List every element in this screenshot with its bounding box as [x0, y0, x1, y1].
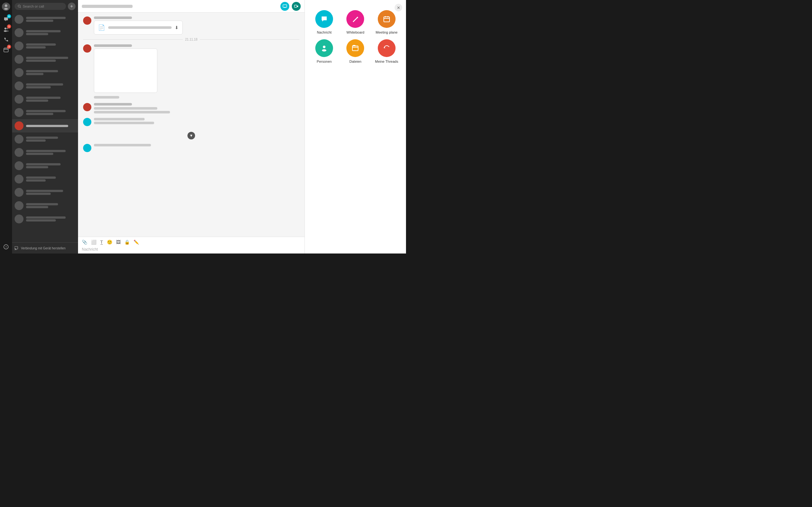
screen-share-button[interactable]: [281, 2, 289, 11]
whiteboard-circle: [346, 10, 364, 28]
list-item[interactable]: [12, 159, 78, 172]
search-icon: [18, 4, 21, 8]
sticker-icon[interactable]: 🖼: [116, 239, 120, 245]
help-icon[interactable]: ?: [2, 243, 10, 251]
calendar-nav-icon[interactable]: 3: [2, 46, 10, 54]
list-item[interactable]: [12, 39, 78, 53]
screen-share-icon: [283, 4, 287, 9]
item-name-line: [26, 163, 61, 165]
item-preview-line: [26, 193, 51, 195]
list-item[interactable]: [12, 146, 78, 159]
video-call-button[interactable]: [292, 2, 301, 11]
meeting-label: Meeting plane: [375, 31, 397, 34]
list-item-active[interactable]: [12, 119, 78, 132]
avatar: [14, 15, 23, 24]
svg-line-10: [20, 7, 21, 8]
nachricht-icon: [320, 15, 328, 23]
item-preview-line: [26, 206, 48, 208]
message-content: [94, 144, 299, 148]
chat-nav-icon[interactable]: 6: [2, 15, 10, 23]
item-name-line: [26, 216, 66, 219]
svg-rect-13: [283, 5, 287, 7]
action-item-whiteboard[interactable]: Whiteboard: [342, 10, 368, 34]
main-chat: 📄 ⬇ 21.11.18: [78, 0, 305, 253]
list-item[interactable]: [12, 26, 78, 39]
format-icon[interactable]: T̲: [100, 239, 103, 245]
list-item[interactable]: [12, 106, 78, 119]
action-item-personen[interactable]: Personen: [311, 39, 337, 63]
message-content: [94, 103, 299, 115]
list-item[interactable]: [12, 172, 78, 186]
people-nav-icon[interactable]: 1: [2, 25, 10, 34]
avatar: [14, 161, 23, 170]
phone-nav-icon[interactable]: [2, 36, 10, 44]
meeting-circle: [378, 10, 396, 28]
whiteboard-icon: [351, 15, 359, 23]
list-item[interactable]: [12, 199, 78, 212]
action-item-nachricht[interactable]: Nachricht: [311, 10, 337, 34]
list-item[interactable]: [12, 53, 78, 66]
image-preview[interactable]: [94, 49, 157, 93]
file-name-bar: [108, 26, 171, 29]
scroll-down-button[interactable]: ▼: [188, 132, 195, 139]
list-item[interactable]: [12, 93, 78, 106]
svg-rect-20: [352, 46, 358, 51]
action-item-threads[interactable]: Meine Threads: [374, 39, 400, 63]
avatar: [14, 175, 23, 183]
list-item[interactable]: [12, 132, 78, 146]
giphy-icon[interactable]: ⬜: [91, 239, 96, 245]
list-item[interactable]: [12, 212, 78, 226]
message-row: [83, 103, 299, 115]
download-icon[interactable]: ⬇: [175, 25, 179, 30]
list-item[interactable]: [12, 13, 78, 26]
personen-circle: [315, 39, 333, 57]
item-preview-line: [26, 33, 48, 35]
chat-list: +: [12, 0, 78, 253]
file-attachment[interactable]: 📄 ⬇: [94, 20, 183, 35]
svg-point-2: [4, 27, 6, 30]
text-line: [94, 118, 145, 120]
toolbar-icons: 📎 ⬜ T̲ 🙂 🖼 🔒 ✏️: [82, 239, 301, 245]
search-input-wrap[interactable]: [14, 3, 66, 10]
svg-point-5: [7, 31, 9, 32]
item-preview-line: [26, 86, 51, 89]
item-preview-line: [26, 73, 44, 75]
avatar: [14, 188, 23, 197]
close-panel-button[interactable]: ✕: [395, 4, 402, 11]
whiteboard-label: Whiteboard: [346, 31, 364, 34]
svg-point-1: [4, 8, 8, 10]
calendar-badge: 3: [7, 45, 11, 49]
avatar: [14, 55, 23, 64]
avatar: [14, 68, 23, 77]
dateien-circle: [346, 39, 364, 57]
connect-device-bar[interactable]: Verbindung mit Gerät herstellen: [12, 242, 78, 253]
cast-icon: [14, 246, 19, 250]
sender-name-bar: [94, 103, 132, 106]
list-item[interactable]: [12, 66, 78, 79]
item-name-line: [26, 70, 58, 72]
svg-point-18: [323, 46, 325, 48]
action-item-dateien[interactable]: Dateien: [342, 39, 368, 63]
message-content: 📄 ⬇: [94, 16, 299, 35]
list-item[interactable]: [12, 186, 78, 199]
dateien-icon: [351, 44, 359, 52]
avatar: [14, 215, 23, 223]
avatar: [14, 201, 23, 210]
sender-name-bar: [94, 16, 132, 19]
attachment-icon[interactable]: 📎: [82, 239, 87, 245]
user-avatar[interactable]: [2, 3, 10, 11]
meeting-icon: [383, 15, 391, 23]
lock-icon[interactable]: 🔒: [124, 239, 130, 245]
edit-icon[interactable]: ✏️: [134, 239, 139, 245]
action-grid: Nachricht Whiteboard Meeting plane: [311, 10, 400, 63]
message-input[interactable]: Nachricht: [82, 246, 301, 252]
action-item-meeting[interactable]: Meeting plane: [374, 10, 400, 34]
sender-name-bar: [94, 44, 132, 47]
emoji-icon[interactable]: 🙂: [107, 239, 112, 245]
item-name-line: [26, 110, 66, 112]
list-item[interactable]: [12, 79, 78, 93]
file-icon: 📄: [98, 24, 105, 31]
item-preview-line: [26, 20, 53, 22]
add-chat-button[interactable]: +: [68, 3, 75, 10]
search-input[interactable]: [23, 4, 63, 8]
